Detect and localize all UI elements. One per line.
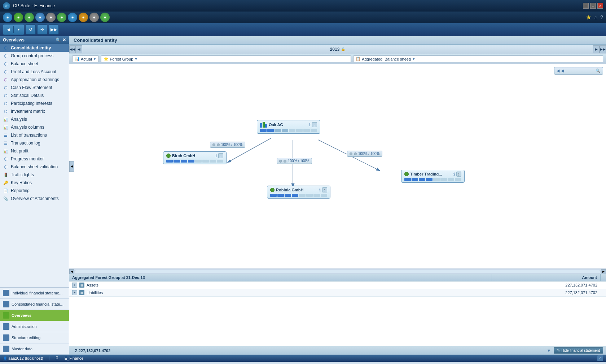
oak-ag-menu-button[interactable]: ⋮ [312,122,317,127]
down-arrow-icon[interactable]: ▼ [546,348,551,353]
sidebar-item-key-ratios[interactable]: 🔑 Key Ratios [0,179,69,187]
sidebar-item-net-profit[interactable]: 📊 Net profit [0,147,69,155]
back-button[interactable]: ◀ [3,25,13,35]
robinia-info-icon[interactable]: ℹ [319,188,321,192]
table-row[interactable]: + ▦ Assets 227,132,071.4702 [69,281,606,289]
sidebar-item-group-control[interactable]: ⬡ Group control process [0,52,69,60]
consolidated-nav-icon [3,301,9,307]
sidebar-item-list-transactions[interactable]: ☰ List of transactions [0,131,69,139]
birch-menu-button[interactable]: ⋮ [218,153,223,158]
nav-consolidated[interactable]: Consolidated financial state... [0,299,69,310]
top-icon-7[interactable]: ● [68,13,77,22]
assets-expand-btn[interactable]: + [72,283,77,288]
timber-pct-badge: 100% / 100% [347,151,382,157]
group-control-icon: ⬡ [3,53,9,59]
top-icon-8[interactable]: ● [79,13,88,22]
sidebar-item-investment-matrix[interactable]: ⬡ Investment matrix [0,107,69,115]
list-transactions-icon: ☰ [3,132,9,138]
sidebar-item-attachments[interactable]: 📎 Overview of Attachments [0,195,69,203]
sidebar-item-balance-validation[interactable]: ⬡ Balance sheet validation [0,163,69,171]
robinia-gmbh-node[interactable]: Robinia GmbH ℹ ⋮ [267,186,330,199]
help-icon[interactable]: ? [600,14,603,20]
hide-financial-statement-button[interactable]: ✎ Hide financial statement [554,347,603,354]
page-title: Consolidated entity [74,37,117,43]
table-row[interactable]: + ▦ Liabilities 227,132,071.4702 [69,289,606,297]
diagram-search-glass[interactable]: 🔍 [596,68,601,73]
birch-gmbh-node[interactable]: Birch GmbH ℹ ⋮ [163,151,227,164]
aggregation-filter-value: Aggregated [Balance sheet] [362,57,411,61]
home-icon[interactable]: ⌂ [594,14,597,20]
diagram-search-icon: ◀ [557,68,559,73]
birch-info-icon[interactable]: ℹ [215,154,217,158]
group-filter-dropdown[interactable]: ⭐ Forest Group ▼ [101,56,351,62]
scroll-left-btn[interactable]: ◀ [69,269,74,274]
sidebar-item-statistical[interactable]: ⬡ Statistical Details [0,92,69,99]
sidebar-item-traffic-lights[interactable]: 🚦 Traffic lights [0,171,69,179]
robinia-gmbh-title: Robinia GmbH [276,188,318,192]
sidebar-item-consolidated-entity[interactable]: ⬡ Consolidated entity [0,44,69,52]
oak-ag-chart [260,122,267,128]
forward-button[interactable]: ▶▶ [49,25,59,35]
sidebar-item-transaction-log[interactable]: ☰ Transaction log [0,139,69,147]
nav-structure-editing[interactable]: Structure editing [0,332,69,343]
refresh-button[interactable]: ↺ [26,25,36,35]
top-icon-2[interactable]: ● [14,13,23,22]
diagram-search-input[interactable] [565,69,594,73]
sidebar-item-label: Profit and Loss Account [11,69,56,74]
aggregation-filter-dropdown[interactable]: 📋 Aggregated [Balance sheet] ▼ [353,56,603,62]
star-icon[interactable]: ★ [586,13,592,21]
liabilities-label: Liabilities [87,290,103,295]
oak-ag-node[interactable]: Oak AG ℹ ⋮ [257,120,320,134]
oak-ag-info-icon[interactable]: ℹ [309,123,311,127]
sidebar-search-icon[interactable]: 🔍 [56,37,61,43]
scroll-track[interactable] [75,270,600,273]
sidebar-item-reporting[interactable]: 📄 Reporting [0,187,69,195]
nav-master-data[interactable]: Master data [0,343,69,355]
content-area: Consolidated entity ◀◀ ◀ 2013 🔒 ▶ ▶▶ 📊 A… [69,36,606,355]
nav-individual[interactable]: Individual financial stateme... [0,288,69,299]
next-year-button[interactable]: ▶▶ [600,45,606,53]
sidebar-item-balance-sheet[interactable]: ⬡ Balance sheet [0,60,69,68]
sidebar-item-analysis-columns[interactable]: 📊 Analysis columns [0,123,69,131]
timber-menu-button[interactable]: ⋮ [456,172,461,177]
top-icon-1[interactable]: ● [3,13,12,22]
top-icon-5[interactable]: ● [46,13,56,22]
table-footer-sum: Σ 227,132,071.4702 [75,349,110,353]
top-icon-9[interactable]: ● [89,13,99,22]
timber-trading-node[interactable]: Timber Trading... ℹ ⋮ [401,170,465,183]
top-icon-10[interactable]: ● [100,13,110,22]
sidebar-item-cash-flow[interactable]: ⬡ Cash Flow Statement [0,84,69,92]
sidebar-close-icon[interactable]: ✕ [62,37,66,43]
sidebar-item-participating[interactable]: ⬡ Participating interests [0,99,69,107]
diagram-scroll-left[interactable]: ◀ [69,161,74,172]
back-dropdown-button[interactable]: ▼ [14,25,24,35]
minimize-button[interactable]: ─ [583,3,589,9]
consolidated-entity-icon: ⬡ [3,45,9,51]
prev-year-step-button[interactable]: ◀ [76,45,82,53]
top-icon-6[interactable]: ● [57,13,66,22]
timber-info-icon[interactable]: ℹ [453,172,455,177]
traffic-lights-icon: 🚦 [3,172,9,178]
status-expand-icon[interactable]: ⤢ [597,355,603,361]
nav-overviews[interactable]: Overviews [0,310,69,321]
sidebar-item-appropriation[interactable]: ⬡ Appropriation of earnings [0,76,69,84]
type-filter-dropdown[interactable]: 📊 Actual ▼ [72,56,99,62]
analysis-columns-icon: 📊 [3,124,9,130]
top-icon-4[interactable]: ● [35,13,45,22]
year-display: 2013 🔒 [82,47,593,52]
close-button[interactable]: ✕ [597,3,603,9]
liabilities-expand-btn[interactable]: + [72,290,77,295]
nav-administration[interactable]: Administration [0,321,69,332]
move-button[interactable]: ✛ [37,25,47,35]
sidebar-item-progress-monitor[interactable]: ⬡ Progress monitor [0,155,69,163]
sidebar-item-analysis[interactable]: 📊 Analysis [0,115,69,123]
scroll-right-btn[interactable]: ▶ [601,269,606,274]
sidebar-item-label: Balance sheet [11,61,38,66]
maximize-button[interactable]: □ [590,3,596,9]
investment-matrix-icon: ⬡ [3,108,9,114]
sidebar-item-profit-loss[interactable]: ⬡ Profit and Loss Account [0,68,69,76]
prev-year-button[interactable]: ◀◀ [69,45,76,53]
robinia-menu-button[interactable]: ⋮ [322,187,327,192]
next-year-step-button[interactable]: ▶ [593,45,600,53]
top-icon-3[interactable]: ● [25,13,34,22]
